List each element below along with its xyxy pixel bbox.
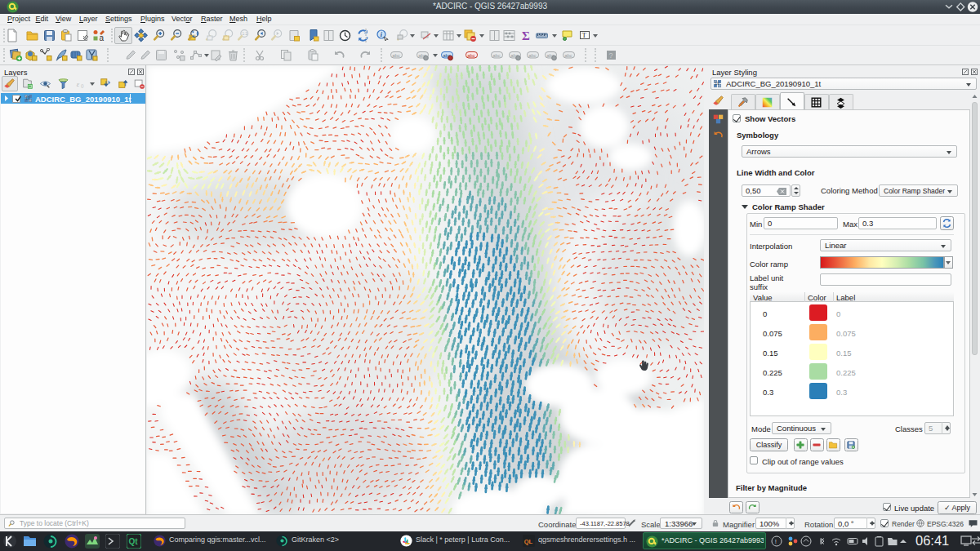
svg-text:19: 19 <box>715 82 720 86</box>
svg-text:a: a <box>100 33 105 42</box>
svg-text:1:1: 1:1 <box>243 32 248 36</box>
svg-text:QL: QL <box>524 538 533 545</box>
svg-text:abc: abc <box>392 53 400 58</box>
svg-text:(): () <box>81 83 84 88</box>
svg-text:Σ: Σ <box>522 29 530 42</box>
svg-text:abc: abc <box>467 53 475 58</box>
svg-text:abc: abc <box>564 53 572 58</box>
svg-text:abc: abc <box>492 53 501 58</box>
svg-text:Qt: Qt <box>129 537 139 546</box>
svg-text:ε: ε <box>77 80 80 88</box>
svg-text:T: T <box>582 31 587 39</box>
svg-text:?: ? <box>609 51 613 60</box>
svg-text:19: 19 <box>26 96 31 100</box>
svg-text:abc: abc <box>528 53 537 58</box>
svg-text:!: ! <box>775 538 777 545</box>
